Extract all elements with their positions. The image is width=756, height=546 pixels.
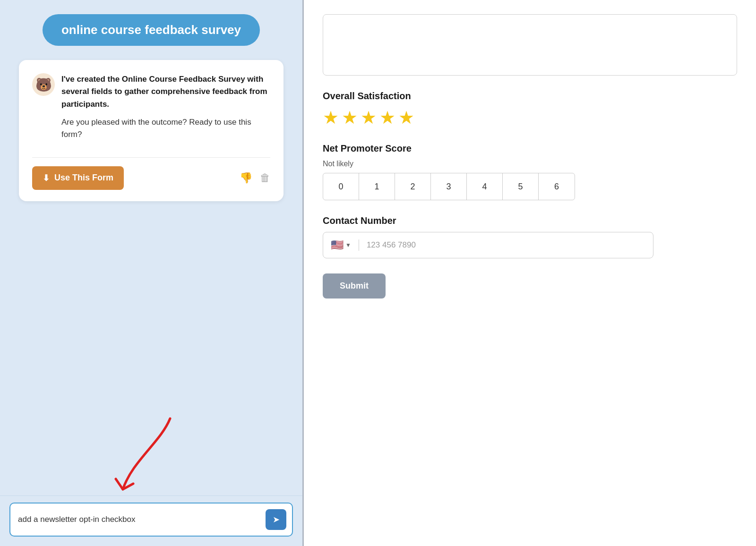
contact-number-label: Contact Number [323,215,737,226]
title-bubble: online course feedback survey [43,14,260,46]
action-icons: 👎 🗑 [240,172,270,184]
trash-icon[interactable]: 🗑 [260,172,270,184]
chat-normal-text: Are you pleased with the outcome? Ready … [61,116,270,141]
flag-emoji: 🇺🇸 [331,239,344,251]
avatar: 🐻 [32,73,55,96]
chat-divider [32,157,270,158]
chat-actions: ⬇ Use This Form 👎 🗑 [32,166,270,190]
submit-label: Submit [340,281,369,290]
nps-cell-6[interactable]: 6 [539,173,575,200]
phone-number-text: 123 456 7890 [367,240,416,250]
nps-section: Net Promoter Score Not likely 0 1 2 3 4 … [323,143,737,200]
chat-body-text: I've created the Online Course Feedback … [61,73,270,141]
chat-bold-text: I've created the Online Course Feedback … [61,75,267,109]
chat-input[interactable] [18,515,261,524]
nps-cell-5[interactable]: 5 [503,173,539,200]
star-5[interactable]: ★ [398,107,414,128]
nps-cell-3[interactable]: 3 [431,173,467,200]
overall-satisfaction-section: Overall Satisfaction ★ ★ ★ ★ ★ [323,91,737,128]
star-1[interactable]: ★ [323,107,339,128]
left-panel: online course feedback survey 🐻 I've cre… [0,0,302,546]
submit-button[interactable]: Submit [323,273,386,299]
nps-cell-4[interactable]: 4 [467,173,503,200]
send-icon: ➤ [273,514,280,525]
right-panel: Overall Satisfaction ★ ★ ★ ★ ★ Net Promo… [304,0,756,546]
contact-number-section: Contact Number 🇺🇸 ▼ 123 456 7890 [323,215,737,258]
input-wrapper: ➤ [9,503,293,537]
chat-message-container: 🐻 I've created the Online Course Feedbac… [19,60,284,201]
use-form-button[interactable]: ⬇ Use This Form [32,166,124,190]
thumbs-down-icon[interactable]: 👎 [240,172,252,184]
nps-cell-1[interactable]: 1 [359,173,395,200]
use-form-label: Use This Form [54,173,113,183]
flag-selector[interactable]: 🇺🇸 ▼ [331,239,351,251]
phone-input-wrapper: 🇺🇸 ▼ 123 456 7890 [323,232,653,258]
nps-scale: 0 1 2 3 4 5 6 [323,173,575,200]
phone-divider [359,239,359,251]
stars-row: ★ ★ ★ ★ ★ [323,107,737,128]
top-textarea[interactable] [323,14,737,76]
overall-satisfaction-label: Overall Satisfaction [323,91,737,102]
nps-cell-0[interactable]: 0 [323,173,359,200]
survey-title: online course feedback survey [61,23,241,37]
star-2[interactable]: ★ [342,107,358,128]
flag-dropdown-arrow: ▼ [345,242,351,248]
star-4[interactable]: ★ [379,107,395,128]
nps-cell-2[interactable]: 2 [395,173,431,200]
input-area: ➤ [0,495,302,546]
download-icon: ⬇ [43,173,50,183]
nps-sublabel: Not likely [323,160,737,168]
submit-section: Submit [323,273,737,299]
arrow-annotation [94,414,198,499]
star-3[interactable]: ★ [361,107,377,128]
nps-label: Net Promoter Score [323,143,737,154]
send-button[interactable]: ➤ [266,509,286,530]
chat-header: 🐻 I've created the Online Course Feedbac… [32,73,270,141]
